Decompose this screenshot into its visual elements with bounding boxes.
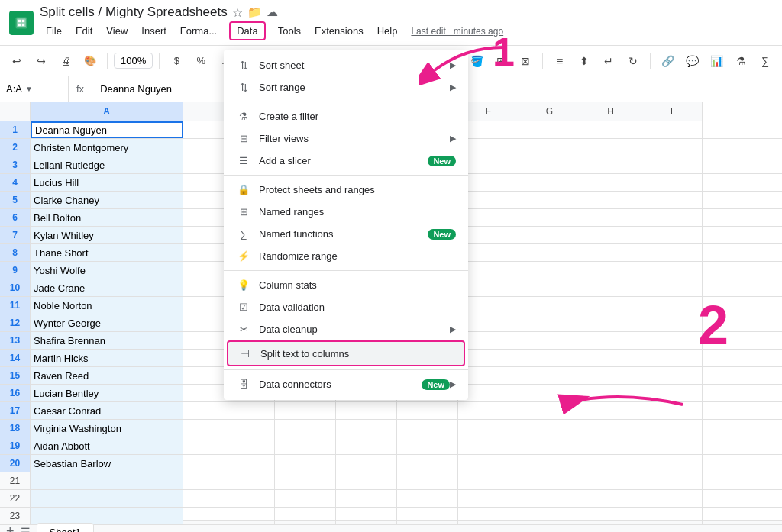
cell-other-1[interactable] (336, 437, 397, 454)
cell-other-6[interactable] (641, 297, 703, 314)
cell-other-4[interactable] (519, 156, 580, 173)
cell-a[interactable]: Leilani Rutledge (31, 156, 183, 173)
cell-a[interactable]: Virginia Washington (31, 420, 183, 437)
filter-views-item[interactable]: ⊟ Filter views ▶ (224, 127, 468, 150)
cell-b[interactable] (183, 508, 275, 524)
row-number[interactable]: 9 (0, 262, 31, 279)
cell-other-2[interactable] (397, 472, 458, 489)
row-number[interactable]: 7 (0, 227, 31, 243)
cell-other-5[interactable] (580, 437, 641, 454)
data-connectors-item[interactable]: 🗄 Data connectors New ▶ (224, 373, 468, 395)
row-number[interactable]: 6 (0, 209, 31, 226)
wrap-button[interactable]: ↵ (598, 50, 619, 72)
row-number[interactable]: 22 (0, 490, 31, 507)
row-number[interactable]: 14 (0, 350, 31, 366)
row-number[interactable]: 20 (0, 455, 31, 472)
menu-view[interactable]: View (100, 23, 134, 39)
col-header-g[interactable]: G (519, 102, 580, 121)
percent-button[interactable]: % (190, 50, 212, 72)
split-text-item[interactable]: ⊣ Split text to columns (227, 340, 465, 366)
redo-button[interactable]: ↪ (31, 50, 52, 72)
cell-other-2[interactable] (397, 490, 458, 507)
cell-other-5[interactable] (580, 121, 641, 138)
cell-other-4[interactable] (519, 139, 580, 156)
menu-help[interactable]: Help (371, 23, 404, 39)
cell-a[interactable]: Sebastian Barlow (31, 455, 183, 472)
cell-other-4[interactable] (519, 262, 580, 279)
cell-other-0[interactable] (275, 508, 336, 524)
cell-other-0[interactable] (275, 402, 336, 419)
cell-other-5[interactable] (580, 139, 641, 156)
cell-a[interactable]: Deanna Nguyen (31, 121, 183, 138)
cell-other-4[interactable] (519, 350, 580, 366)
cell-other-4[interactable] (519, 244, 580, 261)
cell-other-2[interactable] (397, 402, 458, 419)
row-number[interactable]: 19 (0, 437, 31, 454)
cell-other-1[interactable] (336, 508, 397, 524)
comment-button[interactable]: 💬 (681, 50, 703, 72)
last-edit[interactable]: Last edit minutes ago (411, 26, 503, 37)
cell-other-6[interactable] (641, 332, 703, 349)
cell-other-2[interactable] (397, 437, 458, 454)
cell-a[interactable] (31, 472, 183, 489)
menu-tools[interactable]: Tools (272, 23, 307, 39)
add-sheet-button[interactable]: + (6, 524, 15, 532)
cell-other-6[interactable] (641, 139, 703, 156)
cell-other-4[interactable] (519, 227, 580, 243)
cell-a[interactable] (31, 490, 183, 507)
cell-other-5[interactable] (580, 350, 641, 366)
cell-other-4[interactable] (519, 279, 580, 296)
cell-other-5[interactable] (580, 174, 641, 191)
cell-other-5[interactable] (580, 314, 641, 331)
cell-other-4[interactable] (519, 209, 580, 226)
cell-other-4[interactable] (519, 508, 580, 524)
cell-other-6[interactable] (641, 472, 703, 489)
cell-other-0[interactable] (275, 437, 336, 454)
cell-other-5[interactable] (580, 262, 641, 279)
corner-cell[interactable] (0, 102, 31, 121)
cell-other-4[interactable] (519, 437, 580, 454)
row-number[interactable]: 21 (0, 472, 31, 489)
cell-other-4[interactable] (519, 297, 580, 314)
randomize-range-item[interactable]: ⚡ Randomize range (224, 245, 468, 267)
col-header-h[interactable]: H (580, 102, 641, 121)
cell-other-6[interactable] (641, 490, 703, 507)
cell-other-3[interactable] (458, 508, 519, 524)
cell-other-1[interactable] (336, 420, 397, 437)
cell-other-6[interactable] (641, 508, 703, 524)
col-header-i[interactable]: I (641, 102, 703, 121)
cell-other-5[interactable] (580, 279, 641, 296)
undo-button[interactable]: ↩ (6, 50, 27, 72)
cell-a[interactable]: Shafira Brennan (31, 332, 183, 349)
cell-b[interactable] (183, 437, 275, 454)
cell-other-1[interactable] (336, 472, 397, 489)
add-slicer-item[interactable]: ☰ Add a slicer New (224, 150, 468, 172)
named-functions-item[interactable]: ∑ Named functions New (224, 223, 468, 245)
menu-file[interactable]: File (40, 23, 68, 39)
cell-other-3[interactable] (458, 490, 519, 507)
cell-a[interactable]: Raven Reed (31, 367, 183, 384)
cell-other-0[interactable] (275, 490, 336, 507)
currency-button[interactable]: $ (166, 50, 187, 72)
cell-other-5[interactable] (580, 297, 641, 314)
row-number[interactable]: 17 (0, 402, 31, 419)
cell-other-4[interactable] (519, 332, 580, 349)
cell-other-4[interactable] (519, 121, 580, 138)
menu-data[interactable]: Data (229, 21, 265, 40)
cell-other-6[interactable] (641, 156, 703, 173)
cell-other-5[interactable] (580, 227, 641, 243)
cell-a[interactable]: Clarke Chaney (31, 192, 183, 208)
cell-other-6[interactable] (641, 350, 703, 366)
cell-a[interactable]: Noble Norton (31, 297, 183, 314)
cell-a[interactable]: Yoshi Wolfe (31, 262, 183, 279)
cell-a[interactable] (31, 508, 183, 524)
cell-b[interactable] (183, 455, 275, 472)
cell-other-2[interactable] (397, 420, 458, 437)
row-number[interactable]: 13 (0, 332, 31, 349)
row-number[interactable]: 15 (0, 367, 31, 384)
cell-a[interactable]: Christen Montgomery (31, 139, 183, 156)
cell-other-2[interactable] (397, 455, 458, 472)
menu-insert[interactable]: Insert (135, 23, 173, 39)
cell-b[interactable] (183, 402, 275, 419)
row-number[interactable]: 3 (0, 156, 31, 173)
